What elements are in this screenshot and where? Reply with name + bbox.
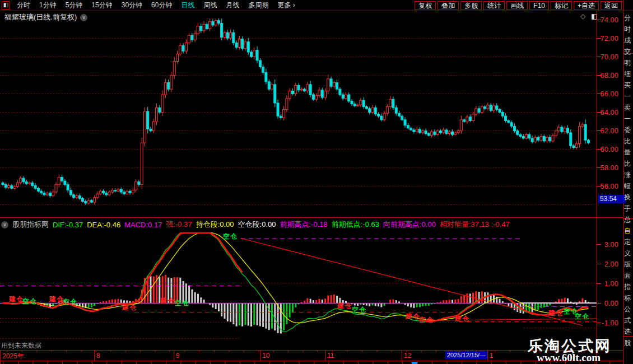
price-axis-label: 58.00 <box>596 164 618 172</box>
marker-kongcang: 空仓 <box>63 297 77 307</box>
price-axis-label: 74.00 <box>596 16 618 24</box>
strip-char: 卖 <box>624 102 633 113</box>
indicator-field-8: 前期低点:-0.63 <box>332 220 379 230</box>
indicator-field-4: 强:-0.37 <box>166 220 192 230</box>
marker-jiancang: 建仓 <box>160 296 175 306</box>
price-gridlines <box>0 39 597 205</box>
strip-char: 量 <box>624 147 633 158</box>
strip-char: 总 <box>624 214 633 225</box>
month-label-1: 1 <box>490 352 494 360</box>
strip-char: 公 <box>624 304 633 315</box>
strip-char: 幅 <box>624 180 633 192</box>
month-label-11: 11 <box>327 352 334 360</box>
strip-char: 时 <box>624 24 633 35</box>
strip-char: 定 <box>624 236 633 248</box>
strip-char: 换 <box>624 192 633 203</box>
indicator-field-5: 持仓段:0.00 <box>196 220 234 230</box>
month-label-9: 9 <box>176 352 180 360</box>
indicator-header: ∨ 股朋指标网 DIF:-0.37DEA:-0.46MACD:0.17强:-0.… <box>1 220 510 230</box>
marker-jiancang: 建仓 <box>337 301 352 311</box>
strip-char: 一 <box>624 113 633 124</box>
indicator-field-1: DIF:-0.37 <box>53 221 83 229</box>
price-axis-label: 56.00 <box>596 182 618 190</box>
price-axis-label: 72.00 <box>596 34 618 43</box>
strip-char: 一 <box>624 91 633 102</box>
candles <box>2 18 589 205</box>
month-label-10: 10 <box>262 352 269 360</box>
marker-kongcang: 空仓 <box>419 315 434 325</box>
strip-char: 义 <box>624 248 633 259</box>
price-axis-label: 68.00 <box>596 71 618 80</box>
strip-char: 比 <box>624 158 633 169</box>
price-axis-label: 60.00 <box>596 145 618 153</box>
strip-char: 式 <box>624 315 633 326</box>
marker-kongcang: 空仓 <box>175 298 189 308</box>
marker-kongcang: 空仓 <box>352 305 366 315</box>
strip-char: 委 <box>624 124 633 136</box>
watermark-site-url: www.60lt.com <box>537 352 601 364</box>
strip-char: 选 <box>624 326 633 337</box>
marker-jiancang: 建仓 <box>122 303 137 312</box>
indicator-field-3: MACD:0.17 <box>124 221 162 229</box>
strip-char: 明 <box>624 57 633 68</box>
strip-char: 买 <box>624 80 633 91</box>
marker-kongcang: 空仓 <box>223 232 238 241</box>
marker-jiancang: 建仓 <box>455 314 469 324</box>
indicator-field-2: DEA:-0.46 <box>87 221 120 229</box>
indicator-source-label: 股朋指标网 <box>12 220 49 230</box>
strip-char: 面 <box>624 270 633 281</box>
marker-kongcang: 空仓 <box>22 297 37 306</box>
marker-kongcang: 空仓 <box>575 312 589 321</box>
strip-char: 手 <box>624 203 633 214</box>
chevron-down-circle-icon[interactable]: ∨ <box>1 221 8 228</box>
strip-char: 版 <box>624 259 633 270</box>
strip-char: 比 <box>624 136 633 147</box>
strip-char: 交 <box>624 46 633 57</box>
indicator-field-7: 前期高点:-0.18 <box>280 220 327 230</box>
app-window: ◧ 分时1分钟5分钟15分钟30分钟60分钟日线周线月线多周期更多 › 复权叠加… <box>0 0 633 364</box>
indicator-axis-label: 0.00 <box>594 299 618 307</box>
month-label-8: 8 <box>96 352 100 360</box>
indicator-axis-label: 1.00 <box>594 279 618 288</box>
indicator-lines <box>3 233 588 332</box>
axis-ticks <box>3 20 609 364</box>
indicator-axis-label: 2.00 <box>594 260 618 268</box>
indicator-axis-label: 3.00 <box>594 240 618 249</box>
right-strip-panel: 分时成交明细买一卖一委比量比涨幅换手总自定义版面指标公式选股 <box>624 12 633 348</box>
indicator-axis-label: -1.00 <box>594 319 618 327</box>
strip-char: 成 <box>624 35 633 46</box>
strip-char: 分 <box>624 12 633 24</box>
indicator-field-10: 相对能量:37.13 :-0.47 <box>440 220 510 230</box>
price-axis-label: 62.00 <box>596 127 618 135</box>
chart-canvas <box>0 0 633 364</box>
strip-char: 涨 <box>624 169 633 180</box>
year-label: 2025年 <box>2 352 24 361</box>
strip-char: 自 <box>624 225 633 236</box>
price-axis-label: 70.00 <box>596 53 618 61</box>
marker-jiancang: 建仓 <box>548 309 563 318</box>
strip-char: 股 <box>624 337 633 348</box>
future-data-warning: 用到未来数据 <box>1 341 41 351</box>
indicator-field-9: 向前期高点:0.00 <box>383 220 436 230</box>
price-axis-label: 64.00 <box>596 108 618 116</box>
marker-jiancang: 建仓 <box>9 295 24 304</box>
indicator-field-6: 空仓段:0.00 <box>238 220 276 230</box>
current-date-badge: 2025/12/15/— <box>445 351 487 360</box>
marker-jiancang: 建仓 <box>406 312 420 321</box>
marker-jiancang: 建仓 <box>49 295 64 304</box>
strip-char: 标 <box>624 292 633 304</box>
price-axis-label: 66.00 <box>596 90 618 98</box>
strip-char: 细 <box>624 68 633 80</box>
month-label-12: 12 <box>404 352 411 360</box>
strip-char: 指 <box>624 281 633 292</box>
last-price-badge: 53.54 <box>598 195 626 203</box>
